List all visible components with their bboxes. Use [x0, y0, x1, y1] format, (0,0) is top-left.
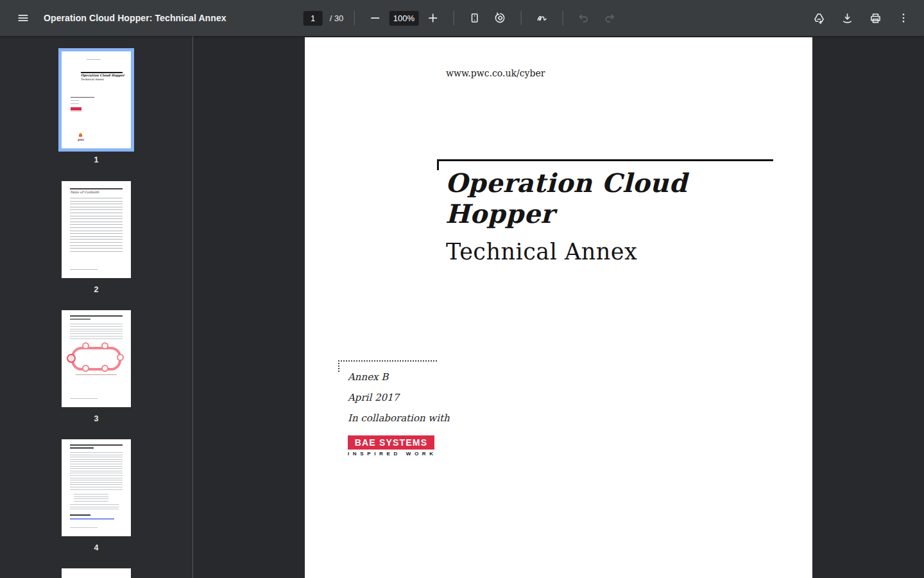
document-url-text: www.pwc.co.uk/cyber — [446, 68, 545, 78]
thumb3-diagram-node — [101, 342, 108, 349]
bae-systems-logo: BAE SYSTEMS — [348, 435, 434, 450]
thumb4-footer-line — [70, 527, 98, 528]
undo-button[interactable] — [572, 6, 595, 30]
thumb4-rule — [70, 444, 123, 446]
menu-icon — [17, 12, 30, 24]
document-main-title: Operation Cloud Hopper — [445, 168, 753, 229]
thumb3-diagram-node — [67, 354, 76, 363]
zoom-in-icon — [426, 12, 439, 24]
undo-icon — [577, 12, 590, 24]
thumb1-pwc-label: pwc — [78, 137, 84, 141]
thumb4-preview-heading — [70, 447, 94, 449]
more-options-icon — [897, 12, 910, 24]
redo-button[interactable] — [597, 6, 620, 30]
collaboration-text: In collaboration with — [348, 412, 450, 424]
page-number-input[interactable] — [304, 11, 323, 26]
toolbar-divider — [354, 11, 354, 25]
title-rule — [437, 159, 773, 161]
thumb3-rule — [70, 315, 123, 317]
pdf-toolbar: Operation Cloud Hopper: Technical Annex … — [0, 0, 924, 36]
thumb1-preview-title: Operation Cloud Hopper Technical Annex — [81, 74, 131, 81]
annex-label: Annex B — [348, 371, 388, 383]
thumb1-pwc-mark — [79, 134, 82, 137]
thumb3-diagram-ring — [71, 347, 121, 370]
print-icon — [869, 12, 882, 25]
thumbnail-label-4: 4 — [62, 543, 131, 552]
thumb4-bullet-lines — [74, 494, 108, 503]
thumb1-bae-logo — [71, 107, 81, 110]
thumb4-text-lines — [70, 452, 123, 491]
toolbar-divider — [520, 11, 521, 25]
thumb3-preview-heading — [70, 319, 90, 320]
menu-button[interactable] — [12, 6, 35, 30]
thumb2-rule — [70, 188, 123, 189]
thumbnail-label-2: 2 — [62, 285, 131, 294]
thumb3-diagram-node — [82, 365, 89, 372]
thumbnail-page-2[interactable]: Table of Contents — [62, 181, 131, 278]
zoom-level-display[interactable]: 100% — [389, 11, 418, 26]
thumb4-divider-rule — [70, 514, 90, 516]
toolbar-divider — [453, 11, 454, 25]
more-options-button[interactable] — [892, 6, 915, 30]
rotate-counterclockwise-icon — [493, 12, 506, 24]
thumb1-url-line — [87, 59, 101, 60]
thumbnail-label-1: 1 — [62, 155, 131, 164]
add-to-drive-icon — [812, 12, 826, 25]
thumb3-diagram-node — [101, 365, 108, 372]
thumbnail-page-4[interactable] — [62, 439, 131, 536]
annex-dotted-tick — [338, 360, 339, 372]
rotate-button[interactable] — [488, 6, 511, 30]
annex-date: April 2017 — [348, 392, 399, 403]
thumb1-annex-line — [71, 103, 79, 104]
thumbnail-page-5[interactable] — [62, 568, 131, 578]
annex-dotted-line — [338, 360, 437, 362]
fit-page-button[interactable] — [463, 6, 486, 30]
thumb3-diagram-node — [117, 354, 124, 361]
thumb2-footer-line — [70, 269, 98, 270]
zoom-out-button[interactable] — [363, 6, 386, 30]
thumbnail-page-3[interactable] — [62, 310, 131, 407]
document-subtitle: Technical Annex — [446, 239, 637, 265]
thumb4-link-line — [70, 518, 114, 520]
redo-icon — [603, 12, 615, 24]
zoom-out-icon — [368, 12, 381, 24]
thumb2-toc-lines — [70, 198, 123, 252]
thumb1-annex-rule — [71, 97, 94, 98]
download-button[interactable] — [835, 6, 859, 30]
document-viewer[interactable]: www.pwc.co.uk/cyber Operation Cloud Hopp… — [194, 36, 924, 578]
thumb3-caption-line — [76, 374, 117, 375]
download-icon — [841, 12, 854, 25]
bae-logo-tagline: INSPIRED WORK — [348, 451, 434, 457]
toolbar-divider — [562, 11, 563, 25]
title-rule-tick — [437, 159, 439, 170]
document-title: Operation Cloud Hopper: Technical Annex — [44, 13, 227, 23]
thumb1-annex-line — [71, 100, 79, 101]
print-button[interactable] — [864, 6, 887, 30]
thumb3-footer-line — [70, 398, 98, 399]
thumbnail-page-1[interactable]: Operation Cloud Hopper Technical Annex p… — [62, 51, 131, 148]
pdf-page-1: www.pwc.co.uk/cyber Operation Cloud Hopp… — [305, 37, 812, 578]
annotate-button[interactable] — [530, 6, 553, 30]
add-to-drive-button[interactable] — [807, 6, 830, 30]
thumb4-text-lines — [70, 504, 119, 510]
thumb3-text-lines — [70, 324, 123, 341]
thumb2-preview-title: Table of Contents — [70, 190, 99, 194]
thumbnail-sidebar: Operation Cloud Hopper Technical Annex p… — [0, 36, 193, 578]
annotate-ink-icon — [535, 12, 548, 24]
bae-logo-text: BAE SYSTEMS — [355, 437, 428, 448]
zoom-in-button[interactable] — [421, 6, 444, 30]
fit-page-icon — [468, 12, 481, 24]
thumb1-bae-sub — [71, 111, 81, 112]
thumbnail-label-3: 3 — [62, 414, 131, 423]
page-count-label: / 30 — [330, 13, 344, 23]
